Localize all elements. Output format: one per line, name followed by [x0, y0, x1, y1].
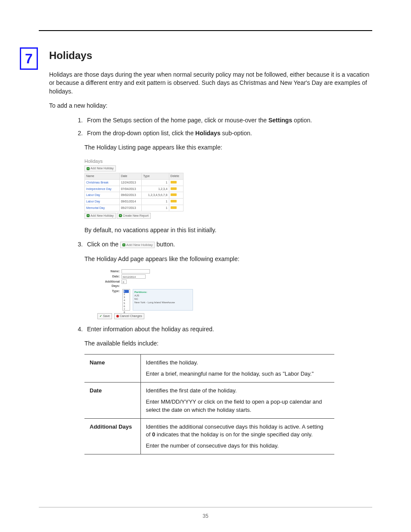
check-icon: ✓ — [100, 314, 102, 318]
cancel-changes-button[interactable]: Cancel Changes — [114, 313, 144, 319]
plus-icon: + — [87, 167, 90, 170]
date-input[interactable]: 02/12/2014 — [121, 274, 146, 279]
step-1: From the Setups section of the home page… — [84, 116, 372, 125]
holiday-link[interactable]: Christmas Break — [85, 179, 120, 186]
holiday-listing-figure: Holidays +Add New Holiday Name Date Type… — [84, 158, 184, 220]
delete-button[interactable] — [171, 181, 177, 184]
col-type: Type — [142, 173, 169, 179]
to-add-intro: To add a new holiday: — [49, 102, 372, 110]
col-delete: Delete — [169, 173, 183, 179]
table-row: Christmas Break 12/24/2013 1 — [85, 179, 184, 186]
name-label: Name: — [97, 269, 121, 274]
step-3: Click on the +Add New Holiday button. — [84, 240, 372, 249]
table-row: Independence Day 07/04/2013 1,2,3,4 — [85, 186, 184, 192]
holiday-link[interactable]: Independence Day — [85, 186, 120, 192]
create-new-report-button[interactable]: +Create New Report — [117, 213, 151, 219]
delete-button[interactable] — [171, 206, 177, 209]
additional-days-label: Additional Days: — [97, 280, 121, 288]
bottom-rule — [39, 507, 372, 507]
holiday-add-figure: Name: Date: 02/12/2014 Additional Days: … — [97, 269, 201, 319]
delete-button[interactable] — [171, 193, 177, 196]
chapter-number: 7 — [20, 47, 38, 70]
add-new-holiday-button-footer[interactable]: +Add New Holiday — [84, 213, 116, 219]
save-button[interactable]: ✓Save — [97, 313, 112, 319]
name-input[interactable] — [121, 269, 150, 274]
delete-button[interactable] — [171, 187, 177, 190]
add-new-holiday-inline-button[interactable]: +Add New Holiday — [120, 242, 155, 248]
col-date: Date — [119, 173, 142, 179]
step-4-followup: The available fields include: — [84, 339, 372, 348]
table-row: Labor Day 09/01/2014 1 — [85, 199, 184, 205]
holiday-link[interactable]: Memorial Day — [85, 205, 120, 211]
type-label: Type: — [97, 289, 121, 293]
table-row: Memorial Day 05/27/2013 1 — [85, 205, 184, 211]
fields-description-table: Name Identifies the holiday. Enter a bri… — [84, 354, 334, 455]
cancel-icon — [116, 315, 119, 317]
holiday-listing-table: Name Date Type Delete Christmas Break 12… — [84, 173, 184, 212]
fig1-title: Holidays — [84, 158, 184, 165]
delete-button[interactable] — [171, 200, 177, 202]
add-new-holiday-button[interactable]: +Add New Holiday — [84, 165, 116, 171]
holiday-link[interactable]: Labor Day — [85, 199, 120, 205]
top-rule — [39, 30, 372, 31]
partitions-select[interactable]: Partitions: AJS NC New York - Long Islan… — [133, 289, 193, 311]
step-4: Enter information about the holiday as r… — [84, 325, 372, 334]
intro-paragraph: Holidays are those days during the year … — [49, 71, 372, 96]
page-number: 35 — [0, 513, 411, 520]
step-3-followup: The Holiday Add page appears like the fo… — [84, 255, 372, 264]
partitions-label: Partitions: — [134, 290, 191, 294]
table-row: Labor Day 09/02/2013 1,2,3,4,5,6,7,8 — [85, 192, 184, 199]
plus-icon: + — [87, 214, 90, 217]
col-name: Name — [85, 173, 120, 179]
type-select[interactable]: 1 2 3 4 5 6 7 8 — [122, 289, 130, 311]
step-2-followup: The Holiday Listing page appears like th… — [84, 143, 372, 152]
field-row-additional-days: Additional Days Identities the additiona… — [84, 418, 334, 454]
holiday-link[interactable]: Labor Day — [85, 192, 120, 199]
step-2-default-note: By default, no vacations appear in this … — [84, 226, 372, 235]
plus-icon: + — [122, 243, 125, 246]
date-label: Date: — [97, 274, 121, 279]
plus-icon: + — [119, 214, 122, 217]
additional-days-input[interactable]: 0 — [121, 280, 127, 284]
step-2: From the drop-down option list, click th… — [84, 129, 372, 138]
page-title: Holidays — [49, 48, 372, 63]
field-row-date: Date Identifies the first date of the ho… — [84, 383, 334, 419]
field-row-name: Name Identifies the holiday. Enter a bri… — [84, 354, 334, 382]
